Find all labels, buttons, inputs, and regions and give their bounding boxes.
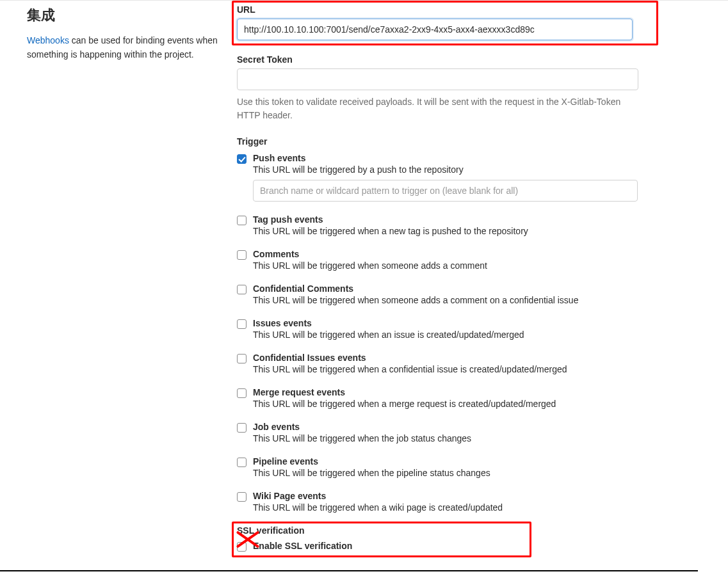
url-label: URL xyxy=(237,4,702,15)
trigger-description: This URL will be triggered when an issue… xyxy=(253,330,702,340)
trigger-title: Merge request events xyxy=(253,387,702,397)
ssl-verification-label: SSL verification xyxy=(237,525,702,536)
trigger-checkbox[interactable] xyxy=(237,458,247,467)
trigger-description: This URL will be triggered by a push to … xyxy=(253,164,702,175)
trigger-checkbox[interactable] xyxy=(237,354,247,363)
trigger-description: This URL will be triggered when someone … xyxy=(253,260,702,271)
trigger-title: Wiki Page events xyxy=(253,491,702,501)
trigger-description: This URL will be triggered when the pipe… xyxy=(253,468,702,478)
trigger-label: Trigger xyxy=(237,136,702,147)
trigger-description: This URL will be triggered when a new ta… xyxy=(253,226,702,236)
trigger-title: Issues events xyxy=(253,318,702,328)
trigger-title: Comments xyxy=(253,249,702,259)
sidebar-section: 集成 Webhooks can be used for binding even… xyxy=(0,4,237,563)
webhooks-link[interactable]: Webhooks xyxy=(27,35,69,45)
trigger-title: Job events xyxy=(253,422,702,432)
trigger-item: Pipeline eventsThis URL will be triggere… xyxy=(237,456,702,478)
secret-token-help: Use this token to validate received payl… xyxy=(237,95,638,122)
trigger-checkbox[interactable] xyxy=(237,319,247,329)
url-input[interactable] xyxy=(237,19,633,40)
trigger-title: Pipeline events xyxy=(253,456,702,466)
trigger-title: Push events xyxy=(253,153,702,163)
trigger-item: Merge request eventsThis URL will be tri… xyxy=(237,387,702,409)
enable-ssl-checkbox[interactable] xyxy=(237,542,247,552)
section-description: Webhooks can be used for binding events … xyxy=(27,34,224,61)
bottom-divider xyxy=(0,570,698,571)
trigger-description: This URL will be triggered when someone … xyxy=(253,295,702,305)
trigger-title: Tag push events xyxy=(253,214,702,225)
trigger-checkbox[interactable] xyxy=(237,423,247,433)
trigger-item: Push eventsThis URL will be triggered by… xyxy=(237,153,702,202)
trigger-checkbox[interactable] xyxy=(237,492,247,502)
trigger-description: This URL will be triggered when a wiki p… xyxy=(253,502,702,513)
trigger-item: CommentsThis URL will be triggered when … xyxy=(237,249,702,271)
trigger-checkbox[interactable] xyxy=(237,250,247,260)
trigger-checkbox[interactable] xyxy=(237,388,247,398)
trigger-item: Confidential CommentsThis URL will be tr… xyxy=(237,283,702,305)
section-title: 集成 xyxy=(27,6,224,25)
trigger-item: Confidential Issues eventsThis URL will … xyxy=(237,353,702,374)
enable-ssl-label: Enable SSL verification xyxy=(253,541,702,551)
trigger-checkbox[interactable] xyxy=(237,154,247,164)
trigger-checkbox[interactable] xyxy=(237,216,247,225)
trigger-checkbox[interactable] xyxy=(237,285,247,294)
trigger-item: Job eventsThis URL will be triggered whe… xyxy=(237,422,702,443)
secret-token-label: Secret Token xyxy=(237,54,702,65)
trigger-title: Confidential Issues events xyxy=(253,353,702,363)
trigger-item: Issues eventsThis URL will be triggered … xyxy=(237,318,702,340)
branch-filter-input[interactable] xyxy=(253,180,638,202)
trigger-description: This URL will be triggered when the job … xyxy=(253,433,702,443)
trigger-description: This URL will be triggered when a merge … xyxy=(253,399,702,409)
form-area: URL Secret Token Use this token to valid… xyxy=(237,4,728,563)
trigger-title: Confidential Comments xyxy=(253,283,702,294)
trigger-item: Tag push eventsThis URL will be triggere… xyxy=(237,214,702,236)
secret-token-input[interactable] xyxy=(237,68,638,90)
trigger-item: Wiki Page eventsThis URL will be trigger… xyxy=(237,491,702,513)
trigger-description: This URL will be triggered when a confid… xyxy=(253,364,702,374)
trigger-list: Push eventsThis URL will be triggered by… xyxy=(237,153,702,513)
